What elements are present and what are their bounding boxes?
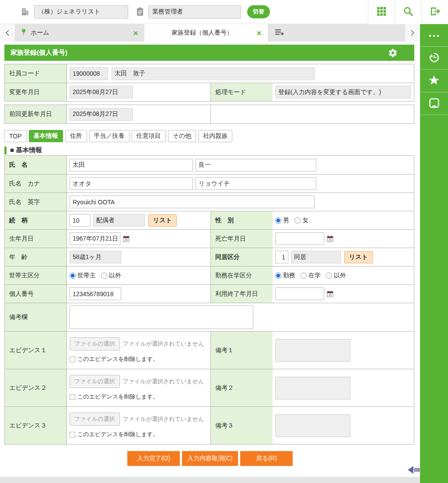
employee-name-field[interactable] [112, 67, 315, 80]
household-head-label: 世帯主 [77, 272, 96, 280]
gender-male-radio[interactable] [275, 217, 281, 224]
tabs-scroll-right-button[interactable] [405, 24, 420, 42]
horizontal-scrollbar-track[interactable] [0, 477, 420, 483]
mynumber-field[interactable] [70, 287, 121, 300]
relation-list-button[interactable]: リスト [148, 214, 177, 227]
process-mode-field[interactable] [275, 86, 411, 98]
first-name-field[interactable] [196, 159, 316, 172]
evidence-1-label: エビデンス１ [5, 332, 67, 369]
tab-home[interactable]: ホーム × [15, 24, 144, 42]
roman-name-row: 氏名 英字 [5, 192, 414, 211]
last-kana-field[interactable] [70, 177, 193, 190]
apps-grid-icon [376, 6, 387, 18]
back-button[interactable]: 戻る(R) [240, 451, 293, 466]
tab-home-close-icon[interactable]: × [130, 29, 141, 37]
employee-code-field[interactable] [70, 67, 108, 80]
tab-address[interactable]: 住所 [65, 130, 87, 142]
prev-update-row: 前回更新年月日 [5, 105, 414, 123]
sidebar-tray-button[interactable] [420, 92, 448, 115]
end-date-field[interactable] [275, 287, 324, 300]
search-button[interactable] [395, 0, 421, 24]
evidence-1-row: エビデンス１ ファイルの選択 ファイルが選択されていません このエビデンスを削除… [5, 331, 414, 369]
birth-date-calendar-icon[interactable]: 31 [123, 235, 130, 242]
school-radio[interactable] [301, 273, 307, 279]
name-label: 氏 名 [5, 156, 67, 174]
tab-top[interactable]: TOP [4, 130, 27, 142]
age-field[interactable] [70, 251, 121, 263]
remark-2-textarea[interactable] [275, 377, 350, 399]
remark-1-textarea[interactable] [275, 339, 350, 362]
tab-active-close-icon[interactable]: × [254, 29, 264, 37]
remarks-label: 備考欄 [5, 303, 67, 331]
settings-gear-icon[interactable] [388, 48, 398, 58]
section-header: ■ 基本情報 [4, 146, 414, 154]
gender-female-label: 女 [302, 217, 308, 224]
cohabit-name-field[interactable] [291, 251, 341, 263]
evidence-2-delete-label: このエビデンスを削除します。 [77, 393, 158, 401]
tab-allowance[interactable]: 手当／扶養 [89, 130, 130, 142]
company-input[interactable] [34, 5, 128, 19]
first-kana-field[interactable] [196, 177, 316, 190]
remark-3-textarea[interactable] [275, 414, 350, 437]
section-header-title: ■ 基本情報 [10, 146, 42, 154]
svg-text:31: 31 [329, 238, 332, 241]
gender-female-radio[interactable] [294, 217, 301, 224]
role-input[interactable] [148, 5, 241, 19]
collapse-panel-arrow-icon[interactable] [407, 465, 420, 476]
last-name-field[interactable] [70, 159, 193, 172]
pin-icon [21, 28, 27, 37]
household-label: 世帯主区分 [5, 266, 67, 284]
tab-basic-info[interactable]: 基本情報 [29, 130, 63, 142]
prev-update-field[interactable] [70, 108, 133, 121]
evidence-3-label: エビデンス３ [5, 407, 67, 444]
evidence-2-nofile-text: ファイルが選択されていません [123, 378, 204, 385]
kana-row: 氏名 カナ [5, 174, 414, 192]
work-other-radio[interactable] [326, 273, 332, 279]
tab-relatives[interactable]: 社内親族 [198, 130, 232, 142]
relation-name-field[interactable] [93, 214, 145, 227]
evidence-2-delete-checkbox[interactable] [70, 394, 75, 400]
evidence-1-delete-checkbox[interactable] [70, 357, 75, 362]
mynumber-row: 個人番号 利用終了年月日 31 [5, 284, 414, 303]
death-date-calendar-icon[interactable]: 31 [327, 235, 334, 242]
relation-code-field[interactable] [70, 214, 91, 227]
tab-family-registration[interactable]: 家族登録（個人番号） × [144, 24, 268, 42]
evidence-3-delete-checkbox[interactable] [70, 432, 75, 438]
end-date-calendar-icon[interactable]: 31 [327, 290, 334, 298]
meta-table: 社員コード 変更年月日 処理モード [4, 64, 414, 102]
birth-date-field[interactable] [70, 232, 120, 245]
footer-buttons: 入力完了(O) 入力内容取消(C) 戻る(R) [0, 451, 420, 466]
household-head-radio[interactable] [70, 273, 76, 279]
main-content: 家族登録(個人番号) 社員コード 変更年月日 処理モード 前回更新年月日 [0, 42, 420, 466]
sidebar-history-button[interactable] [420, 47, 448, 70]
tab-add-zone[interactable] [268, 24, 405, 42]
section-header-bar [4, 147, 7, 154]
cancel-button[interactable]: 入力内容取消(C) [182, 451, 238, 466]
household-other-radio[interactable] [101, 273, 107, 279]
logout-button[interactable] [421, 0, 448, 24]
evidence-2-file-button[interactable]: ファイルの選択 [70, 375, 120, 388]
sidebar-more-button[interactable] [420, 24, 448, 47]
cohabit-code-field[interactable] [275, 251, 288, 263]
age-row: 年 齢 同居区分 リスト [5, 248, 414, 266]
school-label-text: 在学 [308, 272, 321, 280]
remarks-textarea[interactable] [70, 305, 253, 329]
evidence-3-file-button[interactable]: ファイルの選択 [70, 413, 120, 426]
switch-button[interactable]: 切替 [247, 5, 270, 18]
svg-text:31: 31 [125, 238, 128, 241]
evidence-1-file-button[interactable]: ファイルの選択 [70, 337, 120, 350]
tab-optional[interactable]: 任意項目 [132, 130, 166, 142]
mynumber-label: 個人番号 [5, 285, 67, 303]
death-date-field[interactable] [275, 232, 324, 245]
change-date-field[interactable] [70, 86, 133, 98]
tabs-scroll-left-button[interactable] [0, 24, 15, 42]
cohabit-list-button[interactable]: リスト [344, 251, 373, 263]
work-school-label: 勤務在学区分 [210, 266, 273, 284]
work-radio[interactable] [275, 273, 281, 279]
star-icon [428, 74, 440, 88]
submit-button[interactable]: 入力完了(O) [127, 451, 180, 466]
tab-other[interactable]: その他 [168, 130, 196, 142]
apps-grid-button[interactable] [368, 0, 395, 24]
roman-name-field[interactable] [70, 196, 315, 208]
sidebar-favorites-button[interactable] [420, 70, 448, 92]
